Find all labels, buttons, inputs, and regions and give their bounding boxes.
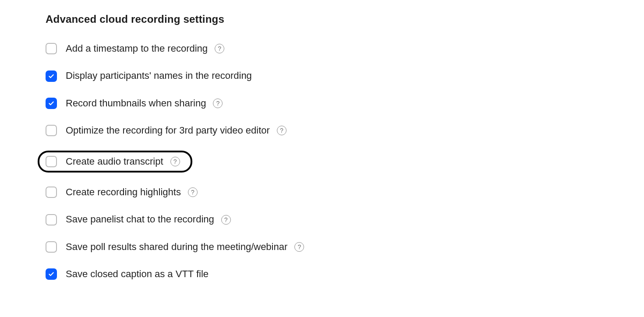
option-thumbnails: Record thumbnails when sharing? xyxy=(46,96,644,111)
label-participant-names[interactable]: Display participants' names in the recor… xyxy=(66,70,252,81)
option-closed-caption-vtt: Save closed caption as a VTT file xyxy=(46,267,644,282)
checkbox-optimize-3rd-party[interactable] xyxy=(46,125,57,136)
checkbox-audio-transcript[interactable] xyxy=(46,156,57,167)
option-highlights: Create recording highlights? xyxy=(46,185,644,200)
option-participant-names: Display participants' names in the recor… xyxy=(46,68,644,83)
checkbox-timestamp[interactable] xyxy=(46,43,57,54)
help-icon[interactable]: ? xyxy=(170,157,180,166)
recording-settings-section: Advanced cloud recording settings Add a … xyxy=(0,0,644,282)
label-panelist-chat[interactable]: Save panelist chat to the recording xyxy=(66,214,214,225)
label-closed-caption-vtt[interactable]: Save closed caption as a VTT file xyxy=(66,268,209,280)
checkbox-thumbnails[interactable] xyxy=(46,98,57,109)
option-audio-transcript: Create audio transcript? xyxy=(38,151,192,173)
option-panelist-chat: Save panelist chat to the recording? xyxy=(46,212,644,227)
option-timestamp: Add a timestamp to the recording? xyxy=(46,41,644,56)
option-poll-results: Save poll results shared during the meet… xyxy=(46,240,644,254)
label-highlights[interactable]: Create recording highlights xyxy=(66,187,181,198)
checkbox-poll-results[interactable] xyxy=(46,241,57,253)
checkbox-participant-names[interactable] xyxy=(46,70,57,82)
checkbox-panelist-chat[interactable] xyxy=(46,214,57,225)
label-thumbnails[interactable]: Record thumbnails when sharing xyxy=(66,98,206,109)
label-audio-transcript[interactable]: Create audio transcript xyxy=(66,156,163,167)
help-icon[interactable]: ? xyxy=(277,126,287,135)
options-list: Add a timestamp to the recording?Display… xyxy=(46,41,644,282)
checkbox-closed-caption-vtt[interactable] xyxy=(46,268,57,280)
help-icon[interactable]: ? xyxy=(294,242,304,252)
help-icon[interactable]: ? xyxy=(221,215,231,225)
help-icon[interactable]: ? xyxy=(188,187,198,197)
section-title: Advanced cloud recording settings xyxy=(46,13,644,25)
label-poll-results[interactable]: Save poll results shared during the meet… xyxy=(66,241,287,253)
label-timestamp[interactable]: Add a timestamp to the recording xyxy=(66,43,208,54)
option-optimize-3rd-party: Optimize the recording for 3rd party vid… xyxy=(46,123,644,138)
label-optimize-3rd-party[interactable]: Optimize the recording for 3rd party vid… xyxy=(66,125,270,136)
help-icon[interactable]: ? xyxy=(215,44,224,53)
help-icon[interactable]: ? xyxy=(213,99,223,108)
checkbox-highlights[interactable] xyxy=(46,187,57,198)
